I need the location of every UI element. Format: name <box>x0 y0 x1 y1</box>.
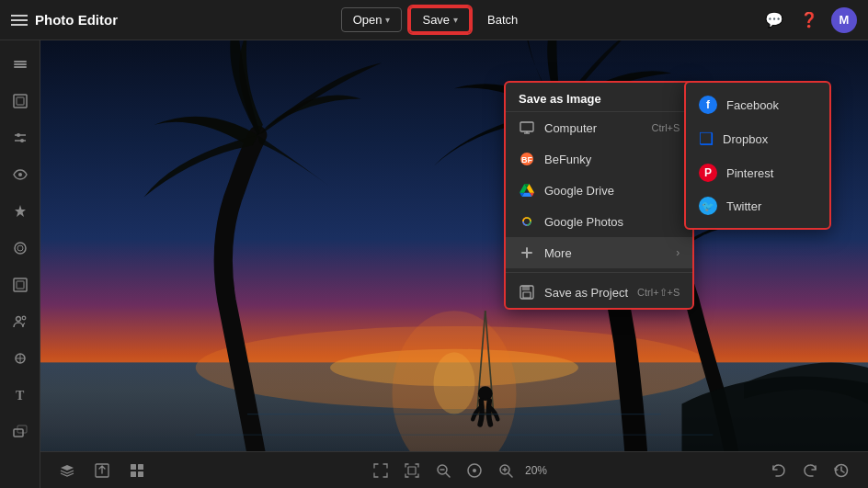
more-plus-icon <box>519 244 535 261</box>
svg-text:BF: BF <box>521 155 532 165</box>
pinterest-icon: P <box>699 164 717 182</box>
history-button[interactable] <box>829 459 853 482</box>
twitter-icon: 🐦 <box>699 197 717 215</box>
undo-button[interactable] <box>767 459 791 482</box>
svg-rect-45 <box>522 286 530 290</box>
save-befunky-item[interactable]: BF BeFunky <box>506 143 692 175</box>
svg-rect-3 <box>14 95 27 108</box>
zoom-in-button[interactable] <box>494 459 518 482</box>
batch-button[interactable]: Batch <box>478 8 527 31</box>
svg-rect-14 <box>17 281 24 289</box>
sidebar-item-crop[interactable] <box>4 85 37 118</box>
sidebar-item-overlay[interactable] <box>4 415 37 448</box>
svg-rect-48 <box>131 464 136 470</box>
save-dropdown-header: Save as Image <box>506 83 692 112</box>
open-chevron: ▾ <box>385 15 390 25</box>
sidebar-item-frames[interactable] <box>4 268 37 301</box>
save-dropdown: Save as Image Computer Ctrl+S B <box>504 81 694 310</box>
svg-rect-1 <box>14 63 27 65</box>
svg-point-9 <box>18 173 22 176</box>
main-layout: T <box>0 40 868 488</box>
layers-toggle-button[interactable] <box>55 459 79 482</box>
svg-rect-52 <box>408 467 416 474</box>
sidebar-item-adjust[interactable] <box>4 121 37 154</box>
svg-point-6 <box>17 133 20 137</box>
svg-point-57 <box>473 469 476 472</box>
gdrive-icon <box>519 182 535 199</box>
fullscreen-button[interactable] <box>369 459 393 482</box>
svg-point-11 <box>15 243 26 254</box>
dropbox-icon: ❑ <box>699 129 714 149</box>
dropbox-item[interactable]: ❑ Dropbox <box>686 121 829 156</box>
sidebar-item-layers[interactable] <box>4 48 37 81</box>
bottom-left-tools <box>55 459 149 482</box>
grid-button[interactable] <box>125 459 149 482</box>
bottom-toolbar: 20% <box>40 451 868 488</box>
save-chevron: ▾ <box>453 15 458 25</box>
save-more-item[interactable]: More › <box>506 237 692 268</box>
svg-point-12 <box>17 245 23 251</box>
redo-button[interactable] <box>798 459 822 482</box>
facebook-item[interactable]: f Facebook <box>686 88 829 121</box>
open-button[interactable]: Open ▾ <box>341 7 403 32</box>
save-gdrive-item[interactable]: Google Drive <box>506 175 692 206</box>
svg-rect-13 <box>14 278 27 291</box>
svg-rect-37 <box>520 122 533 131</box>
sidebar-item-magic[interactable] <box>4 195 37 228</box>
more-submenu: f Facebook ❑ Dropbox P Pinterest 🐦 Twitt… <box>684 81 831 230</box>
avatar[interactable]: M <box>831 7 857 33</box>
save-computer-item[interactable]: Computer Ctrl+S <box>506 112 692 143</box>
save-project-icon <box>519 284 535 301</box>
canvas-area: Save as Image Computer Ctrl+S B <box>40 40 868 488</box>
bottom-center-controls: 20% <box>369 459 547 482</box>
svg-rect-50 <box>131 471 136 477</box>
zoom-reset-button[interactable] <box>463 459 486 482</box>
header-right: 💬 ❓ M <box>582 7 857 33</box>
sidebar-item-effects[interactable] <box>4 232 37 265</box>
svg-rect-0 <box>14 61 27 62</box>
save-gphotos-item[interactable]: Google Photos <box>506 206 692 237</box>
sidebar-item-graphics[interactable] <box>4 342 37 375</box>
svg-rect-49 <box>138 464 143 470</box>
computer-icon <box>519 119 535 136</box>
chat-icon[interactable]: 💬 <box>761 7 787 32</box>
svg-text:T: T <box>16 389 25 403</box>
header-center: Open ▾ Save ▾ Batch <box>297 6 572 33</box>
svg-line-55 <box>446 473 450 477</box>
svg-point-16 <box>22 316 26 320</box>
zoom-level-display: 20% <box>525 464 547 477</box>
export-button[interactable] <box>90 459 114 482</box>
svg-rect-46 <box>523 292 531 298</box>
sidebar: T <box>0 40 40 488</box>
svg-line-61 <box>508 473 512 477</box>
svg-rect-4 <box>17 97 24 105</box>
svg-rect-51 <box>138 471 143 477</box>
svg-point-28 <box>434 352 475 414</box>
twitter-item[interactable]: 🐦 Twitter <box>686 189 829 222</box>
svg-point-8 <box>20 139 24 142</box>
hamburger-icon[interactable] <box>11 15 28 26</box>
gphotos-icon <box>519 213 535 230</box>
svg-rect-2 <box>14 66 27 68</box>
facebook-icon: f <box>699 96 717 114</box>
fit-screen-button[interactable] <box>400 459 424 482</box>
help-icon[interactable]: ❓ <box>796 7 822 32</box>
save-project-item[interactable]: Save as Project Ctrl+⇧+S <box>506 277 692 308</box>
svg-marker-10 <box>15 205 26 217</box>
sidebar-item-text[interactable]: T <box>4 379 37 412</box>
app-title: Photo Editor <box>35 12 118 28</box>
svg-point-15 <box>16 317 20 322</box>
pinterest-item[interactable]: P Pinterest <box>686 156 829 189</box>
sidebar-item-eye[interactable] <box>4 158 37 191</box>
header-left: Photo Editor <box>11 12 286 28</box>
dropdown-divider <box>506 272 692 273</box>
save-button[interactable]: Save ▾ <box>409 6 471 33</box>
header: Photo Editor Open ▾ Save ▾ Batch 💬 ❓ M <box>0 0 868 40</box>
bottom-right-controls <box>767 459 853 482</box>
sidebar-item-people[interactable] <box>4 305 37 338</box>
more-chevron-icon: › <box>676 246 680 259</box>
zoom-out-button[interactable] <box>431 459 455 482</box>
befunky-icon: BF <box>519 151 535 167</box>
